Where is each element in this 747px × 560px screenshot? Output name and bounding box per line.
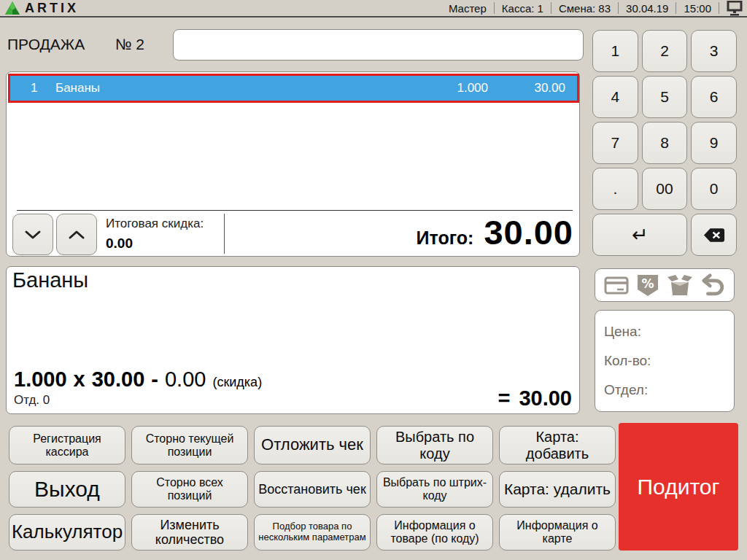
numpad: 1 2 3 4 5 6 7 8 9 . 00 0 ↵ xyxy=(592,30,737,256)
item-input-info-panel: Цена: Кол-во: Отдел: xyxy=(595,310,735,412)
backspace-key[interactable] xyxy=(691,214,737,256)
void-current-position-button[interactable]: Сторно текущей позиции xyxy=(131,426,248,464)
numpad-key-dot[interactable]: . xyxy=(592,168,638,210)
enter-key[interactable]: ↵ xyxy=(592,214,687,256)
scroll-down-button[interactable] xyxy=(12,214,53,255)
detail-department: Отд. 0 xyxy=(14,393,50,408)
quantity-label: Кол-во: xyxy=(604,353,734,369)
status-divider xyxy=(676,2,676,14)
numpad-key-9[interactable]: 9 xyxy=(691,122,737,164)
subtotal-button[interactable]: Подитог xyxy=(619,423,738,551)
exit-button[interactable]: Выход xyxy=(9,471,125,508)
card-remove-button[interactable]: Карта: удалить xyxy=(499,471,616,508)
cashier-registration-button[interactable]: Регистрация кассира xyxy=(9,426,125,464)
numpad-key-2[interactable]: 2 xyxy=(642,30,688,72)
footer-vertical-divider xyxy=(224,214,225,254)
detail-line-total: 30.00 xyxy=(519,386,572,411)
item-detail-panel: Бананы 1.000 x 30.00 - 0.00 (скидка) Отд… xyxy=(6,266,580,414)
backspace-icon xyxy=(703,228,725,243)
restore-receipt-button[interactable]: Восстановить чек xyxy=(254,471,371,508)
status-register: Касса: 1 xyxy=(502,2,543,15)
status-shift: Смена: 83 xyxy=(559,2,611,15)
detail-calculation: 1.000 x 30.00 - 0.00 (скидка) xyxy=(14,368,262,392)
scroll-up-button[interactable] xyxy=(56,214,97,255)
status-time: 15:00 xyxy=(684,2,711,15)
row-line-number: 1 xyxy=(10,81,55,96)
status-user: Мастер xyxy=(449,2,487,15)
total-label: Итого: xyxy=(417,228,474,249)
card-info-button[interactable]: Информация о карте xyxy=(499,514,616,551)
network-monitor-icon xyxy=(727,1,743,16)
numpad-key-0[interactable]: 0 xyxy=(691,168,737,210)
sale-number: № 2 xyxy=(115,36,144,53)
pos-screen: ARTIX Мастер Касса: 1 Смена: 83 30.04.19… xyxy=(0,0,747,560)
status-bar: Мастер Касса: 1 Смена: 83 30.04.19 15:00 xyxy=(449,1,747,16)
receipt-panel: 1 Бананы 1.000 30.00 Итоговая скидка: 0.… xyxy=(6,71,580,257)
product-info-by-code-button[interactable]: Информация о товаре (по коду) xyxy=(376,514,493,551)
numpad-key-5[interactable]: 5 xyxy=(642,76,688,118)
department-label: Отдел: xyxy=(604,382,734,398)
calculator-button[interactable]: Калькулятор xyxy=(9,514,125,551)
price-label: Цена: xyxy=(604,324,734,340)
select-by-barcode-button[interactable]: Выбрать по штрих-коду xyxy=(376,471,493,508)
numpad-key-7[interactable]: 7 xyxy=(592,122,638,164)
chevron-down-icon xyxy=(24,230,42,240)
payment-card-icon[interactable] xyxy=(604,275,629,295)
total-value: 30.00 xyxy=(484,212,573,252)
row-item-name: Бананы xyxy=(55,81,400,96)
top-bar: ARTIX Мастер Касса: 1 Смена: 83 30.04.19… xyxy=(0,0,747,18)
detail-line-total-group: = 30.00 xyxy=(498,386,572,411)
status-divider xyxy=(618,2,619,14)
action-button-grid: Регистрация кассира Сторно текущей позиц… xyxy=(9,426,616,551)
change-quantity-button[interactable]: Изменить количество xyxy=(131,514,248,551)
numpad-key-8[interactable]: 8 xyxy=(642,122,688,164)
total-discount-value: 0.00 xyxy=(106,236,133,252)
void-all-positions-button[interactable]: Сторно всех позиций xyxy=(131,471,248,508)
card-add-button[interactable]: Карта: добавить xyxy=(499,426,616,464)
chevron-up-icon xyxy=(68,230,85,240)
multiply-sign: x xyxy=(74,368,85,392)
detail-quantity: 1.000 xyxy=(14,368,67,392)
brand-logo: ARTIX xyxy=(0,0,79,16)
detail-discount: 0.00 xyxy=(165,368,206,392)
status-date: 30.04.19 xyxy=(626,2,668,15)
row-item-amount: 30.00 xyxy=(488,81,577,96)
total-discount-label: Итоговая скидка: xyxy=(106,217,204,231)
brand-triangle-icon xyxy=(4,0,20,16)
status-divider xyxy=(551,2,551,14)
numpad-key-6[interactable]: 6 xyxy=(691,76,737,118)
product-search-multi-params-button[interactable]: Подбор товара по нескольким параметрам xyxy=(254,514,371,551)
status-divider xyxy=(494,2,495,14)
numpad-key-1[interactable]: 1 xyxy=(592,30,638,72)
svg-text:%: % xyxy=(641,276,654,290)
brand-name: ARTIX xyxy=(25,1,79,16)
row-item-quantity: 1.000 xyxy=(400,81,488,96)
receipt-footer-divider xyxy=(17,210,573,211)
minus-sign: - xyxy=(151,368,158,392)
discount-percent-icon[interactable]: % xyxy=(637,274,659,297)
receipt-selected-row[interactable]: 1 Бананы 1.000 30.00 xyxy=(8,74,579,103)
detail-item-name: Бананы xyxy=(12,268,88,292)
detail-price: 30.00 xyxy=(92,368,145,392)
defer-receipt-button[interactable]: Отложить чек xyxy=(254,426,371,464)
numpad-key-4[interactable]: 4 xyxy=(592,76,638,118)
equals-sign: = xyxy=(498,386,510,411)
numpad-key-00[interactable]: 00 xyxy=(642,168,688,210)
barcode-input[interactable] xyxy=(173,29,584,61)
status-divider xyxy=(719,2,719,14)
undo-icon[interactable] xyxy=(701,273,726,298)
sale-title: ПРОДАЖА xyxy=(7,36,85,53)
numpad-key-3[interactable]: 3 xyxy=(691,30,737,72)
side-toolbar: % xyxy=(595,268,735,302)
select-by-code-button[interactable]: Выбрать по коду xyxy=(376,426,493,464)
goods-box-icon[interactable] xyxy=(667,273,693,297)
discount-caption: (скидка) xyxy=(212,375,262,390)
receipt-total: Итого: 30.00 xyxy=(417,212,573,252)
